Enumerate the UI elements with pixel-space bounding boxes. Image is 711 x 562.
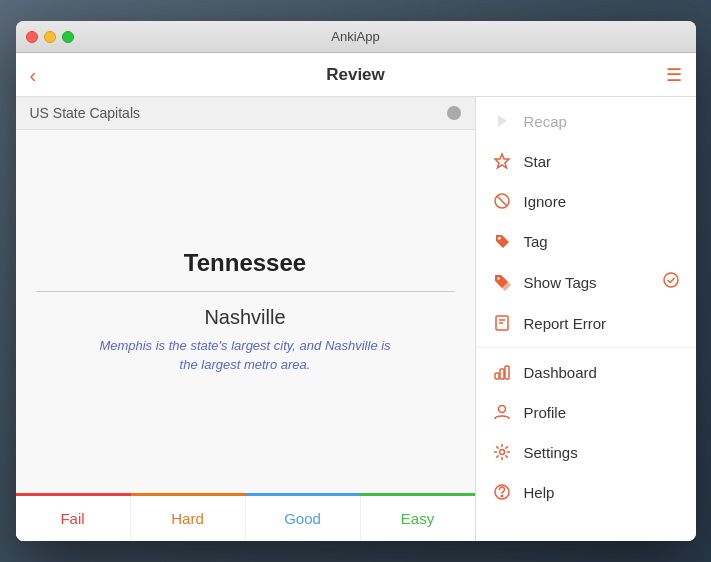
ignore-label: Ignore	[524, 193, 680, 210]
menu-panel: Recap Star	[476, 97, 696, 541]
profile-icon	[492, 402, 512, 422]
main-content: US State Capitals Tennessee Nashville Me…	[16, 97, 696, 541]
deck-name: US State Capitals	[30, 105, 141, 121]
card-answer: Nashville	[204, 306, 285, 329]
titlebar: AnkiApp	[16, 21, 696, 53]
dashboard-label: Dashboard	[524, 364, 680, 381]
menu-item-recap[interactable]: Recap	[476, 101, 696, 141]
profile-label: Profile	[524, 404, 680, 421]
svg-point-13	[498, 406, 505, 413]
deck-indicator	[447, 106, 461, 120]
ignore-icon	[492, 191, 512, 211]
app-window: AnkiApp ‹ Review ☰ US State Capitals Ten…	[16, 21, 696, 541]
minimize-button[interactable]	[44, 31, 56, 43]
maximize-button[interactable]	[62, 31, 74, 43]
menu-item-show-tags[interactable]: Show Tags	[476, 261, 696, 303]
menu-item-dashboard[interactable]: Dashboard	[476, 352, 696, 392]
svg-rect-11	[500, 369, 504, 379]
answer-buttons: Fail Hard Good Easy	[16, 493, 475, 541]
back-button[interactable]: ‹	[30, 65, 37, 85]
traffic-lights	[26, 31, 74, 43]
settings-icon	[492, 442, 512, 462]
svg-point-16	[501, 495, 503, 497]
card-note: Memphis is the state's largest city, and…	[95, 337, 395, 373]
fail-button[interactable]: Fail	[16, 496, 131, 541]
card-content: Tennessee Nashville Memphis is the state…	[16, 130, 475, 493]
svg-point-6	[664, 273, 678, 287]
menu-item-settings[interactable]: Settings	[476, 432, 696, 472]
app-title: AnkiApp	[331, 29, 379, 44]
help-icon	[492, 482, 512, 502]
menu-item-help[interactable]: Help	[476, 472, 696, 512]
deck-header: US State Capitals	[16, 97, 475, 130]
card-panel: US State Capitals Tennessee Nashville Me…	[16, 97, 476, 541]
recap-label: Recap	[524, 113, 680, 130]
settings-label: Settings	[524, 444, 680, 461]
menu-section-2: Dashboard Profile	[476, 348, 696, 516]
report-error-label: Report Error	[524, 315, 680, 332]
show-tags-check	[662, 271, 680, 293]
svg-point-4	[497, 237, 499, 239]
menu-button[interactable]: ☰	[666, 66, 682, 84]
show-tags-label: Show Tags	[524, 274, 650, 291]
menu-section-1: Recap Star	[476, 97, 696, 348]
star-label: Star	[524, 153, 680, 170]
close-button[interactable]	[26, 31, 38, 43]
show-tags-icon	[492, 272, 512, 292]
dashboard-icon	[492, 362, 512, 382]
good-button[interactable]: Good	[246, 496, 361, 541]
navbar: ‹ Review ☰	[16, 53, 696, 97]
help-label: Help	[524, 484, 680, 501]
tag-label: Tag	[524, 233, 680, 250]
svg-point-14	[499, 450, 504, 455]
svg-point-5	[497, 277, 499, 279]
easy-button[interactable]: Easy	[361, 496, 475, 541]
page-title: Review	[326, 65, 385, 85]
menu-item-star[interactable]: Star	[476, 141, 696, 181]
menu-item-report-error[interactable]: Report Error	[476, 303, 696, 343]
tag-icon	[492, 231, 512, 251]
menu-item-profile[interactable]: Profile	[476, 392, 696, 432]
svg-rect-10	[495, 373, 499, 379]
svg-rect-12	[505, 366, 509, 379]
svg-marker-0	[498, 115, 507, 127]
menu-item-tag[interactable]: Tag	[476, 221, 696, 261]
card-divider	[36, 291, 455, 292]
svg-line-3	[497, 196, 507, 206]
recap-icon	[492, 111, 512, 131]
hard-button[interactable]: Hard	[131, 496, 246, 541]
card-front: Tennessee	[184, 249, 306, 277]
svg-marker-1	[495, 154, 509, 168]
menu-item-ignore[interactable]: Ignore	[476, 181, 696, 221]
report-error-icon	[492, 313, 512, 333]
star-icon	[492, 151, 512, 171]
